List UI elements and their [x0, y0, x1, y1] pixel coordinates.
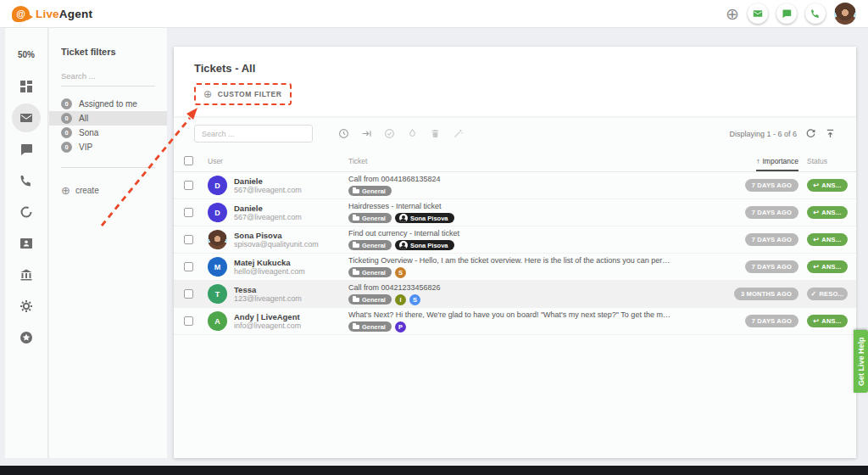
dashboard-icon[interactable]: [19, 80, 33, 93]
row-time-badge: 7 DAYS AGO: [745, 260, 798, 273]
filter-item[interactable]: 0 All: [49, 111, 167, 126]
filter-item[interactable]: 0 VIP: [49, 140, 167, 154]
row-checkbox[interactable]: [184, 316, 193, 326]
ticket-row[interactable]: A Andy | LiveAgent info@liveagent.com Wh…: [174, 308, 856, 335]
letter-badge: P: [395, 321, 406, 332]
filter-count-badge: 0: [61, 98, 72, 109]
column-importance-label: Importance: [762, 157, 798, 165]
row-checkbox[interactable]: [184, 235, 193, 244]
row-subject: Call from 00441868135824: [348, 175, 671, 184]
new-call-button[interactable]: [805, 3, 826, 24]
new-chat-button[interactable]: [776, 3, 797, 24]
filter-list: 0 Assigned to me 0 All 0 Sona 0 VIP: [61, 97, 155, 154]
status-label: ANS...: [821, 263, 841, 271]
tickets-header: Tickets - All ⊕ CUSTOM FILTER: [174, 47, 856, 116]
tickets-toolbar: Displaying 1 - 6 of 6: [174, 116, 856, 149]
row-checkbox[interactable]: [184, 262, 193, 271]
settings-gear-icon[interactable]: [19, 299, 33, 313]
nav-tickets-active[interactable]: [12, 103, 41, 132]
spam-flame-icon[interactable]: [407, 128, 418, 139]
custom-filter-label: CUSTOM FILTER: [218, 90, 282, 98]
ticket-row[interactable]: T Tessa 123@liveagent.com Call from 0042…: [174, 281, 856, 308]
status-label: ANS...: [821, 317, 841, 325]
row-tags: GeneralIS: [348, 294, 671, 305]
reports-icon[interactable]: [19, 205, 33, 219]
academy-icon[interactable]: [19, 268, 33, 282]
row-user-name: Daniele: [234, 204, 302, 213]
new-email-button[interactable]: [748, 3, 768, 24]
filter-item-label: Sona: [79, 128, 98, 137]
column-importance-sort[interactable]: ↑ Importance: [756, 157, 798, 171]
chats-icon[interactable]: [19, 142, 33, 156]
status-icon: ↩: [813, 264, 819, 271]
resolve-icon[interactable]: [384, 128, 395, 139]
row-user-name: Sona Pisova: [234, 231, 319, 240]
create-filter-label: create: [75, 186, 99, 195]
customers-icon[interactable]: [19, 237, 33, 250]
transfer-icon[interactable]: [361, 128, 372, 139]
tickets-search-input[interactable]: [194, 125, 313, 142]
logo-bubble-icon: @: [12, 6, 30, 22]
row-status-badge[interactable]: ↩ ANS...: [807, 315, 848, 327]
ticket-filters-panel: Ticket filters 0 Assigned to me 0 All 0 …: [49, 28, 167, 458]
filter-item[interactable]: 0 Sona: [49, 126, 167, 140]
merge-wand-icon[interactable]: [453, 128, 464, 139]
column-user: User: [208, 157, 348, 171]
filter-item-label: Assigned to me: [79, 99, 137, 109]
column-ticket: Ticket: [348, 157, 671, 171]
row-avatar: T: [208, 284, 227, 304]
row-user-name: Daniele: [234, 176, 302, 186]
person-icon: [399, 214, 408, 222]
user-avatar[interactable]: [834, 3, 856, 25]
row-avatar: M: [208, 257, 227, 277]
filter-item-label: VIP: [79, 142, 92, 152]
custom-filter-button[interactable]: ⊕ CUSTOM FILTER: [203, 88, 282, 100]
letter-badge: I: [395, 294, 406, 305]
row-checkbox[interactable]: [184, 208, 193, 217]
page-title: Tickets - All: [194, 62, 836, 75]
scroll-top-icon[interactable]: [825, 128, 836, 139]
filter-item-label: All: [79, 114, 88, 123]
row-user-email: 567@liveagent.com: [234, 213, 302, 222]
row-tags: General: [348, 186, 671, 196]
filter-count-badge: 0: [61, 127, 72, 138]
row-checkbox[interactable]: [184, 181, 193, 190]
ticket-row[interactable]: Sona Pisova spisova@qualityunit.com Find…: [174, 226, 856, 254]
plus-circle-icon: ⊕: [61, 185, 70, 196]
refresh-icon[interactable]: [805, 128, 816, 139]
ticket-row[interactable]: D Daniele 567@liveagent.com Call from 00…: [174, 172, 856, 199]
add-new-icon[interactable]: ⊕: [726, 6, 739, 22]
calls-icon[interactable]: [19, 174, 33, 187]
agent-tag: Sona Pisova: [395, 240, 454, 250]
row-subject: Find out currency - Internal ticket: [348, 229, 671, 238]
create-filter-button[interactable]: ⊕ create: [61, 185, 155, 196]
ticket-row[interactable]: M Matej Kukucka hello@liveagent.com Tick…: [174, 254, 856, 281]
row-status-badge[interactable]: ✓ RESO...: [807, 288, 848, 300]
row-checkbox[interactable]: [184, 289, 193, 299]
top-bar: @ LiveAgent ⊕: [0, 0, 868, 28]
status-label: ANS...: [821, 182, 841, 189]
delete-trash-icon[interactable]: [430, 128, 441, 139]
filter-item[interactable]: 0 Assigned to me: [49, 97, 167, 111]
row-time-badge: 7 DAYS AGO: [745, 179, 798, 192]
displaying-count: Displaying 1 - 6 of 6: [729, 130, 797, 138]
bottom-bar: [0, 466, 868, 475]
upgrade-star-icon[interactable]: [19, 331, 33, 344]
get-live-help-button[interactable]: Get Live Help: [854, 330, 868, 393]
row-status-badge[interactable]: ↩ ANS...: [807, 179, 848, 192]
ticket-rows: D Daniele 567@liveagent.com Call from 00…: [174, 172, 856, 335]
row-user-name: Tessa: [234, 285, 302, 294]
select-all-checkbox[interactable]: [184, 156, 193, 165]
bulk-action-icons: [338, 128, 464, 139]
row-status-badge[interactable]: ↩ ANS...: [807, 233, 848, 246]
row-status-badge[interactable]: ↩ ANS...: [807, 206, 848, 219]
nav-rail: 50%: [5, 28, 48, 458]
filters-search-input[interactable]: [61, 68, 155, 87]
folder-icon: [353, 189, 359, 193]
row-status-badge[interactable]: ↩ ANS...: [807, 260, 848, 273]
filter-count-badge: 0: [61, 113, 72, 124]
snooze-icon[interactable]: [338, 128, 349, 139]
liveagent-logo: @ LiveAgent: [12, 6, 92, 22]
ticket-row[interactable]: D Daniele 567@liveagent.com Hairdresses …: [174, 199, 856, 226]
status-icon: ↩: [813, 210, 819, 216]
